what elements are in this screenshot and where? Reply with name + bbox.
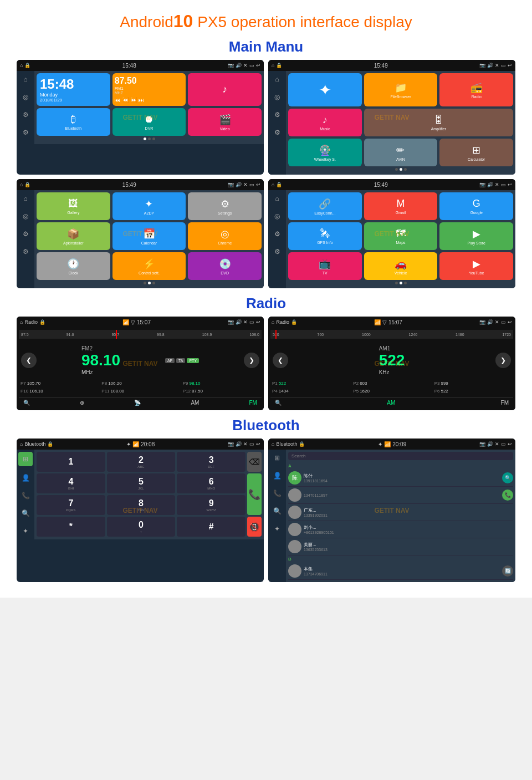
easyconn-tile[interactable]: 🔗 EasyConn... [288, 192, 362, 220]
gpsinfo-tile[interactable]: 🛰 GPS Info [288, 222, 362, 250]
nav-equalizer-3[interactable]: ⚙ [19, 228, 32, 240]
nav-settings-3[interactable]: ⚙ [19, 246, 32, 258]
x-icon-r2[interactable]: ✕ [495, 319, 499, 325]
dial-3[interactable]: 3DEF [177, 452, 245, 472]
calendar-tile[interactable]: 📅 Calendar [112, 222, 186, 250]
call-btn-6[interactable]: 🔄 [502, 565, 513, 577]
home-icon-bt1[interactable]: ⌂ [20, 441, 23, 447]
dvd-tile[interactable]: 💿 DVD [188, 252, 262, 280]
window-icon-s1[interactable]: ▭ [249, 63, 254, 68]
radio-prev-fm[interactable]: ❮ [21, 353, 37, 368]
preset-p12[interactable]: P12 87.50 [181, 388, 262, 395]
camera-icon-bt2[interactable]: 📷 [479, 441, 485, 447]
back-icon-s4[interactable]: ↩ [508, 182, 512, 187]
clock-tile[interactable]: 15:48 Monday 2018/01/29 [37, 73, 110, 106]
pty-flag[interactable]: PTY [187, 358, 199, 363]
call-btn-1[interactable]: 🔍 [502, 472, 513, 483]
bt-big-tile[interactable]: ✦ [288, 73, 362, 106]
nav-home-1[interactable]: ⌂ [19, 73, 32, 85]
fm-btn-am[interactable]: FM [501, 400, 509, 406]
dial-call[interactable]: 📞 [247, 473, 262, 515]
dial-endcall[interactable]: 📵 [247, 517, 262, 537]
contact-6[interactable]: 本集 13734706911 🔄 [288, 563, 513, 580]
x-icon-s4[interactable]: ✕ [495, 182, 499, 187]
chrome-tile[interactable]: ◎ Chrome [188, 222, 262, 250]
window-icon-s2[interactable]: ▭ [501, 63, 506, 68]
nav-settings-1[interactable]: ⚙ [19, 126, 32, 139]
x-icon-s1[interactable]: ✕ [243, 63, 248, 68]
volume-icon-r1[interactable]: 🔊 [236, 319, 242, 325]
radio-prev-am[interactable]: ❮ [273, 353, 288, 368]
contacts-tab[interactable]: 👤 [19, 472, 32, 484]
preset-p4[interactable]: P4 1404 [270, 388, 351, 395]
back-icon-s2[interactable]: ↩ [508, 63, 512, 68]
volume-icon-bt1[interactable]: 🔊 [236, 441, 242, 447]
home-icon-s2[interactable]: ⌂ [272, 63, 274, 68]
home-icon-s4[interactable]: ⌂ [272, 182, 274, 187]
search-bar-bt[interactable]: Search [288, 452, 513, 460]
camera-icon-r1[interactable]: 📷 [228, 319, 234, 325]
clock-tile-s3[interactable]: 🕐 Clock [37, 252, 110, 280]
nav-location-1[interactable]: ◎ [19, 91, 32, 103]
window-icon-s4[interactable]: ▭ [501, 182, 506, 187]
nav-settings-2[interactable]: ⚙ [271, 126, 283, 139]
back-icon-r1[interactable]: ↩ [256, 319, 260, 325]
music-tile[interactable]: ♪ [188, 73, 262, 106]
preset-p3[interactable]: P3 999 [433, 380, 513, 387]
x-icon-bt1[interactable]: ✕ [243, 441, 248, 447]
camera-icon-s3[interactable]: 📷 [228, 182, 234, 187]
dial-hash[interactable]: # [177, 517, 245, 537]
x-icon-s2[interactable]: ✕ [495, 63, 499, 68]
home-icon-r2[interactable]: ⌂ [272, 319, 274, 325]
preset-p1[interactable]: P1 522 [270, 380, 351, 387]
gallery-tile[interactable]: 🖼 Gallery [37, 192, 110, 220]
am-btn-fm[interactable]: AM [191, 400, 199, 406]
skip-btn[interactable]: ⏭ [139, 97, 144, 103]
bluetooth-tile[interactable]: ₿ Bluetooth [37, 108, 110, 136]
contact-2[interactable]: 13470111897 📞 [288, 487, 513, 504]
back-icon-bt2[interactable]: ↩ [508, 441, 512, 447]
camera-icon-bt1[interactable]: 📷 [228, 441, 234, 447]
recent-tab-2[interactable]: 📞 [271, 487, 283, 499]
volume-icon-r2[interactable]: 🔊 [487, 319, 493, 325]
nav-location-4[interactable]: ◎ [271, 210, 283, 222]
preset-p7[interactable]: P7 105.70 [19, 380, 99, 387]
preset-p6[interactable]: P6 522 [433, 388, 513, 395]
wheelkey-tile[interactable]: 🎡 Wheelkey S. [288, 139, 362, 166]
contact-1[interactable]: 陈 陈什 13911811694 🔍 [288, 470, 513, 487]
gmail-tile[interactable]: M Gmail [364, 192, 438, 220]
back-icon-s1[interactable]: ↩ [256, 63, 260, 68]
contacts-tab-2[interactable]: 👤 [271, 470, 283, 482]
antenna-btn-fm[interactable]: 📡 [134, 400, 141, 406]
dial-0[interactable]: 0+ [107, 517, 176, 537]
next-btn[interactable]: ⏩ [130, 97, 137, 103]
nav-location-2[interactable]: ◎ [271, 91, 283, 103]
tv-tile[interactable]: 📺 TV [288, 252, 362, 280]
recent-tab[interactable]: 📞 [19, 490, 32, 502]
music-tile-s2[interactable]: ♪ Music [288, 109, 362, 136]
maps-tile[interactable]: 🗺 Maps [364, 222, 438, 250]
search-btn-fm[interactable]: 🔍 [23, 400, 30, 406]
preset-p8[interactable]: P8 106.20 [100, 380, 180, 387]
dial-4[interactable]: 4GHI [37, 473, 105, 493]
volume-icon-bt2[interactable]: 🔊 [487, 441, 493, 447]
nav-equalizer-1[interactable]: ⚙ [19, 109, 32, 121]
back-icon-s3[interactable]: ↩ [256, 182, 260, 187]
prev-btn[interactable]: ⏮ [115, 97, 120, 103]
playstore-tile[interactable]: ▶ Play Store [439, 222, 513, 250]
x-icon-s3[interactable]: ✕ [243, 182, 248, 187]
search-tab-bt2[interactable]: 🔍 [271, 505, 283, 517]
x-icon-bt2[interactable]: ✕ [495, 441, 499, 447]
dvr-tile[interactable]: ⏺ DVR [112, 108, 186, 136]
dial-1[interactable]: 1 [37, 452, 105, 472]
camera-icon-s2[interactable]: 📷 [479, 63, 485, 68]
call-btn-2[interactable]: 📞 [502, 490, 513, 501]
bt-settings-tab[interactable]: ✦ [19, 525, 32, 537]
fm-btn-fm[interactable]: FM [249, 400, 257, 406]
back-icon-r2[interactable]: ↩ [508, 319, 512, 325]
dial-7[interactable]: 7PQRS [37, 495, 105, 515]
nav-home-4[interactable]: ⌂ [271, 192, 283, 205]
window-icon-r1[interactable]: ▭ [249, 319, 254, 325]
preset-p2[interactable]: P2 603 [351, 380, 432, 387]
dial-2[interactable]: 2ABC [107, 452, 176, 472]
